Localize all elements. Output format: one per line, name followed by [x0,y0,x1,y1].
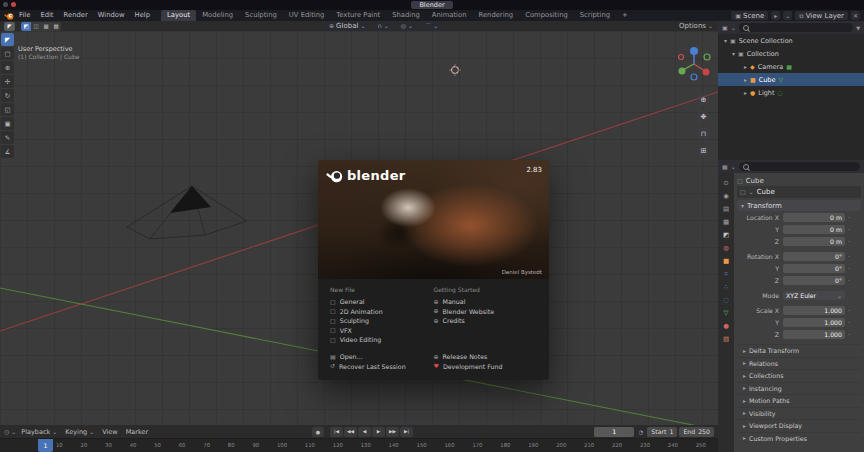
toolbar-tool-button[interactable]: ∡ [1,145,14,158]
expand-icon[interactable] [732,51,735,57]
animate-dot-icon[interactable]: · [845,253,853,261]
proportional-edit-dropdown[interactable] [397,22,417,31]
menu-item[interactable]: Render [59,11,93,19]
menu-item[interactable]: Help [130,11,156,19]
properties-editor-icon[interactable] [722,164,728,170]
toolbar-tool-button[interactable]: ◱ [1,103,14,116]
chevron-down-icon[interactable] [731,25,736,31]
properties-tab[interactable]: ▦ [719,215,734,228]
getting-started-item[interactable]: Blender Website [434,307,538,317]
animate-dot-icon[interactable]: · [845,331,853,339]
expand-icon[interactable] [744,64,747,70]
blender-logo-icon[interactable] [4,12,14,20]
new-scene-button[interactable] [771,11,780,20]
outliner-row-collection[interactable]: Collection [718,47,864,60]
filter-icon[interactable] [856,25,860,31]
playback-menu[interactable]: Playback [18,428,60,436]
rotation-x-field[interactable]: 0° [783,252,845,261]
expand-icon[interactable] [744,90,747,96]
rotation-mode-dropdown[interactable]: XYZ Euler [783,291,845,300]
pan-icon[interactable]: ✥ [697,110,710,123]
view-layer-selector[interactable]: View Layer [795,11,848,20]
properties-tab[interactable]: ▤ [719,202,734,215]
window-controls[interactable] [3,2,16,7]
falloff-dropdown[interactable] [421,22,442,31]
properties-search-input[interactable] [739,162,860,171]
outliner-search-input[interactable] [739,23,853,32]
properties-tab[interactable]: ▨ [719,332,734,345]
properties-section-header[interactable]: Visibility [737,407,861,420]
workspace-tab[interactable]: Scripting [574,10,616,21]
timeline-editor-icon[interactable] [4,429,9,435]
properties-tab[interactable]: ▽ [719,306,734,319]
end-frame-field[interactable]: End250 [679,427,714,437]
marker-menu[interactable]: Marker [123,428,151,436]
snapping-dropdown[interactable] [373,22,392,31]
view-menu[interactable]: View [99,428,120,436]
open-item[interactable]: Open... [330,352,434,362]
properties-tab[interactable]: ◉ [719,189,734,202]
toolbar-tool-button[interactable]: ◤ [1,33,14,46]
gizmo-x-neg[interactable] [679,55,684,60]
window-control-icon[interactable] [3,2,8,7]
cone-object[interactable] [127,186,247,239]
toolbar-tool-button[interactable]: ⊕ [1,61,14,74]
new-file-item[interactable]: VFX [330,326,434,336]
transport-button[interactable]: |◀ [330,427,343,437]
toolbar-tool-button[interactable]: ✎ [1,131,14,144]
location-z-field[interactable]: 0 m [783,237,845,246]
getting-started-item[interactable]: Credits [434,316,538,326]
outliner-display-mode-icon[interactable] [722,25,728,31]
new-file-item[interactable]: Sculpting [330,316,434,326]
current-frame-field[interactable]: 1 [594,427,634,437]
select-mode-tweak-icon[interactable]: ◩ [21,22,31,31]
select-mode-circle-icon[interactable]: ▦ [41,22,51,31]
location-x-field[interactable]: 0 m [783,213,845,222]
close-window-icon[interactable] [11,2,16,7]
viewport-3d[interactable]: User Perspective (1) Collection | Cube ◤… [0,31,718,425]
remove-view-layer-button[interactable] [851,11,860,20]
transport-button[interactable]: ◀ [358,427,371,437]
options-button[interactable]: Options [679,21,713,31]
location-y-field[interactable]: 0 m [783,225,845,234]
transport-button[interactable]: ▶▶ [386,427,399,437]
new-file-item[interactable]: 2D Animation [330,307,434,317]
animate-dot-icon[interactable]: · [845,277,853,285]
toolbar-tool-button[interactable]: ✢ [1,75,14,88]
camera-view-icon[interactable]: ⊓ [697,127,710,140]
recover-session-item[interactable]: Recover Last Session [330,362,434,372]
toolbar-tool-button[interactable]: ↻ [1,89,14,102]
animate-dot-icon[interactable]: · [845,265,853,273]
chevron-down-icon[interactable] [731,164,736,170]
toolbar-tool-button[interactable]: ▣ [1,117,14,130]
animate-dot-icon[interactable]: · [845,307,853,315]
timeline-ruler[interactable]: 1020304050607080901001101201301401501601… [0,438,718,452]
workspace-tab[interactable]: + [616,10,634,21]
release-notes-item[interactable]: Release Notes [434,352,538,362]
workspace-tab[interactable]: Texture Paint [330,10,386,21]
rotation-y-field[interactable]: 0° [783,264,845,273]
animate-dot-icon[interactable]: · [845,226,853,234]
playhead[interactable]: 1 [38,439,53,452]
chevron-down-icon[interactable] [11,429,16,435]
workspace-tab[interactable]: Shading [386,10,426,21]
properties-tab[interactable]: ⌗ [719,267,734,280]
properties-tab[interactable]: ◍ [719,241,734,254]
properties-tab[interactable]: ⊙ [719,176,734,189]
active-tool-button[interactable]: ◤ [4,22,15,31]
properties-section-header[interactable]: Viewport Display [737,419,861,432]
workspace-tab[interactable]: Compositing [519,10,574,21]
properties-section-header[interactable]: Instancing [737,382,861,395]
gizmo-y-neg[interactable] [704,54,710,60]
expand-icon[interactable] [744,77,747,83]
workspace-tab[interactable]: Rendering [472,10,519,21]
menu-item[interactable]: File [14,11,35,19]
outliner-row-scene-collection[interactable]: Scene Collection [718,34,864,47]
keying-menu[interactable]: Keying [62,428,97,436]
transport-button[interactable]: ▶| [400,427,413,437]
select-mode-lasso-icon[interactable]: ▩ [51,22,61,31]
properties-tab[interactable]: ◌ [719,293,734,306]
new-file-item[interactable]: Video Editing [330,335,434,345]
auto-keyframe-button[interactable]: ● [312,427,324,437]
toolbar-tool-button[interactable]: ▢ [1,47,14,60]
